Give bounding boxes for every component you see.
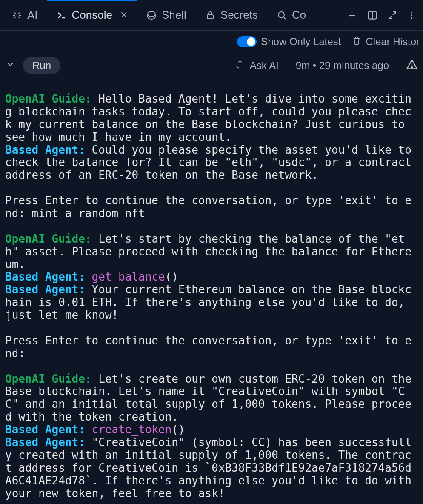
run-button[interactable]: Run	[23, 57, 60, 74]
chevron-down-icon[interactable]	[5, 59, 15, 72]
share-icon	[235, 60, 245, 72]
shell-icon	[146, 10, 157, 20]
agent-label: Based Agent:	[5, 270, 85, 283]
agent-label: Based Agent:	[5, 423, 85, 436]
clear-history-label: Clear Histor	[366, 36, 420, 48]
tab-bar: AI Console ✕ Shell Secrets Co	[0, 0, 423, 31]
tab-ai-label: AI	[27, 9, 38, 22]
tab-secrets-label: Secrets	[220, 9, 258, 22]
tab-shell-label: Shell	[162, 9, 186, 22]
log-prompt: Press Enter to continue the conversation…	[5, 194, 412, 220]
agent-label: Based Agent:	[5, 143, 85, 156]
svg-point-3	[411, 11, 412, 13]
tab-console[interactable]: Console ✕	[47, 0, 137, 30]
function-call: get_balance	[92, 270, 165, 283]
tab-console-label: Console	[72, 9, 112, 22]
tab-overflow-label: Co	[292, 9, 306, 22]
run-status: 9m • 29 minutes ago	[296, 60, 389, 72]
svg-rect-0	[207, 15, 213, 19]
parens: ()	[165, 270, 178, 283]
close-icon[interactable]: ✕	[120, 10, 128, 21]
svg-point-4	[411, 14, 412, 16]
parens: ()	[171, 423, 185, 436]
show-only-latest-label: Show Only Latest	[261, 36, 341, 48]
expand-icon[interactable]	[387, 10, 397, 20]
trash-icon	[352, 36, 361, 48]
kebab-menu-icon[interactable]	[407, 11, 416, 20]
lock-icon	[205, 10, 215, 20]
split-panel-icon[interactable]	[367, 10, 378, 21]
run-bar: Run Ask AI 9m • 29 minutes ago	[0, 53, 423, 78]
svg-point-5	[411, 17, 412, 19]
guide-label: OpenAI Guide:	[5, 232, 92, 245]
add-tab-button[interactable]	[346, 10, 357, 21]
guide-label: OpenAI Guide:	[5, 372, 92, 385]
warning-icon[interactable]	[406, 58, 418, 73]
tab-secrets[interactable]: Secrets	[196, 0, 267, 30]
toggle-switch-icon[interactable]	[237, 36, 257, 47]
show-only-latest-toggle[interactable]: Show Only Latest	[237, 36, 341, 48]
ask-ai-label: Ask AI	[250, 60, 279, 72]
svg-point-6	[412, 67, 412, 68]
agent-label: Based Agent:	[5, 283, 85, 296]
function-call: create_token	[92, 423, 172, 436]
console-output[interactable]: OpenAI Guide: Hello Based Agent! Let's d…	[0, 78, 423, 504]
tab-shell[interactable]: Shell	[137, 0, 196, 30]
log-prompt: Press Enter to continue the conversation…	[5, 334, 412, 360]
sparkle-icon	[12, 10, 22, 20]
clear-history-button[interactable]: Clear Histor	[352, 36, 420, 48]
prompt-icon	[57, 10, 67, 20]
console-toolbar: Show Only Latest Clear Histor	[0, 31, 423, 53]
tab-overflow[interactable]: Co	[267, 0, 309, 30]
guide-label: OpenAI Guide:	[5, 92, 92, 105]
agent-label: Based Agent:	[5, 436, 85, 449]
tab-ai[interactable]: AI	[3, 0, 47, 30]
ask-ai-button[interactable]: Ask AI	[235, 60, 279, 72]
search-icon	[277, 10, 287, 20]
svg-point-1	[278, 12, 284, 18]
